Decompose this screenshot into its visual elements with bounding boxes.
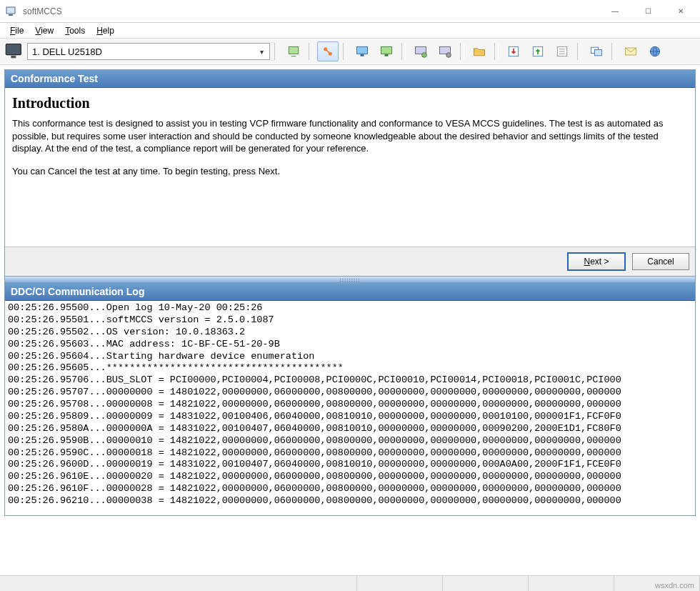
menu-view[interactable]: View bbox=[31, 24, 58, 37]
intro-para1: This conformance test is designed to ass… bbox=[12, 117, 688, 155]
svg-rect-3 bbox=[11, 56, 16, 59]
conformance-body: Introduction This conformance test is de… bbox=[5, 88, 695, 247]
statusbar bbox=[0, 575, 700, 591]
export-button[interactable] bbox=[527, 41, 549, 61]
import-button[interactable] bbox=[503, 41, 524, 61]
close-button[interactable]: ✕ bbox=[664, 1, 697, 22]
intro-heading: Introduction bbox=[12, 94, 688, 113]
svg-rect-7 bbox=[357, 46, 368, 54]
list-button[interactable] bbox=[551, 41, 573, 61]
display-select[interactable]: 1. DELL U2518D ▾ bbox=[27, 43, 270, 60]
svg-rect-1 bbox=[9, 14, 13, 16]
folder-button[interactable] bbox=[469, 41, 490, 61]
next-button[interactable]: Next > bbox=[568, 253, 625, 270]
svg-rect-4 bbox=[289, 46, 298, 54]
menu-file[interactable]: File bbox=[6, 24, 28, 37]
titlebar: softMCCS — ☐ ✕ bbox=[0, 0, 700, 23]
intro-para2: You can Cancel the test at any time. To … bbox=[12, 165, 688, 178]
refresh-button[interactable] bbox=[283, 41, 304, 61]
settings1-button[interactable] bbox=[410, 41, 431, 61]
svg-rect-8 bbox=[361, 54, 364, 56]
conformance-buttons: Next > Cancel bbox=[5, 247, 695, 276]
menubar: File View Tools Help bbox=[0, 23, 700, 39]
monitor-blue-button[interactable] bbox=[351, 41, 373, 61]
svg-rect-10 bbox=[385, 54, 389, 56]
maximize-button[interactable]: ☐ bbox=[631, 1, 664, 22]
cancel-button[interactable]: Cancel bbox=[632, 253, 689, 270]
menu-help[interactable]: Help bbox=[92, 24, 119, 37]
svg-point-14 bbox=[446, 53, 451, 58]
monitor-green-button[interactable] bbox=[376, 41, 397, 61]
display-select-value: 1. DELL U2518D bbox=[32, 46, 257, 57]
svg-rect-0 bbox=[6, 7, 15, 14]
log-body[interactable]: 00:25:26.95500...Open log 10-May-20 00:2… bbox=[5, 301, 695, 515]
log-panel: DDC/CI Communication Log 00:25:26.95500.… bbox=[4, 282, 696, 516]
chevron-down-icon: ▾ bbox=[257, 48, 266, 56]
conformance-panel: Conformance Test Introduction This confo… bbox=[4, 69, 696, 277]
splitter[interactable]: ::::::::: bbox=[4, 277, 696, 282]
mail-button[interactable] bbox=[620, 41, 641, 61]
conformance-title: Conformance Test bbox=[5, 70, 695, 88]
link-button[interactable] bbox=[317, 41, 339, 61]
svg-point-12 bbox=[422, 53, 427, 58]
svg-rect-2 bbox=[6, 44, 21, 55]
watermark: wsxdn.com bbox=[655, 581, 694, 590]
monitor-icon bbox=[4, 41, 24, 61]
minimize-button[interactable]: — bbox=[599, 1, 631, 22]
app-icon bbox=[6, 6, 17, 17]
menu-tools[interactable]: Tools bbox=[61, 24, 89, 37]
log-title: DDC/CI Communication Log bbox=[5, 283, 695, 301]
settings2-button[interactable] bbox=[434, 41, 456, 61]
svg-rect-9 bbox=[381, 46, 392, 54]
globe-button[interactable] bbox=[644, 41, 666, 61]
toolbar: 1. DELL U2518D ▾ bbox=[0, 39, 700, 65]
window-title: softMCCS bbox=[23, 6, 62, 16]
window-button[interactable] bbox=[586, 41, 607, 61]
svg-rect-19 bbox=[595, 50, 602, 56]
